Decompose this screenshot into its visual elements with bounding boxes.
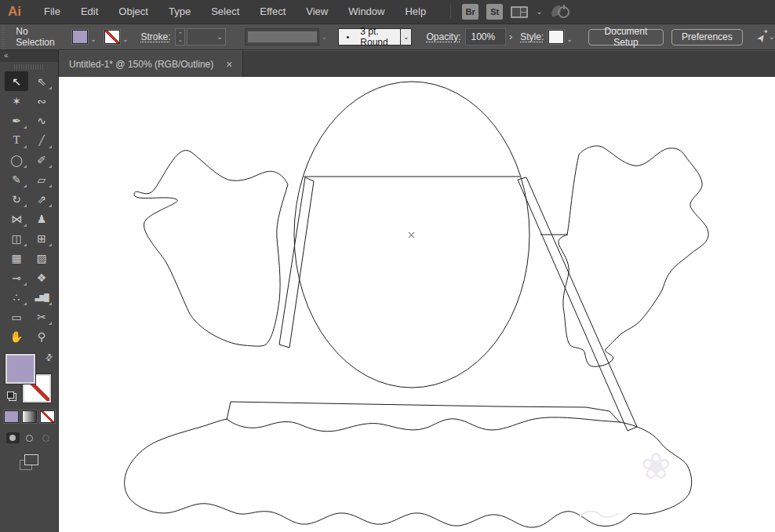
perspective-grid-tool[interactable]: ⊞: [30, 228, 53, 248]
menu-object[interactable]: Object: [108, 0, 158, 24]
base-plank[interactable]: [227, 402, 620, 423]
control-bar: No Selection ⌄ ⌄ Stroke: ⌃ ⌄ ⌄ ⌄ • 3 pt.…: [0, 24, 775, 50]
stroke-chevron-icon[interactable]: ⌄: [122, 35, 129, 43]
eraser-tool[interactable]: ▱: [30, 169, 53, 189]
opacity-field[interactable]: 100%: [465, 28, 506, 46]
swap-fill-stroke-icon[interactable]: ⇄: [43, 352, 56, 364]
magic-wand-tool[interactable]: ✶: [5, 91, 28, 111]
slice-tool[interactable]: ✂: [30, 307, 53, 326]
stock-button[interactable]: St: [486, 4, 503, 20]
blend-tool[interactable]: ❖: [30, 268, 53, 287]
menu-effect[interactable]: Effect: [249, 0, 296, 24]
direct-selection-tool[interactable]: ⇖: [30, 71, 53, 91]
type-tool[interactable]: T: [5, 130, 28, 150]
right-hand-blob[interactable]: [559, 146, 708, 366]
hand-tool[interactable]: ✋: [5, 326, 28, 346]
width-tool[interactable]: ⋈: [5, 209, 28, 228]
artwork-svg[interactable]: ❀: [59, 77, 775, 532]
none-button[interactable]: [40, 410, 55, 423]
fill-color-swatch[interactable]: [72, 30, 88, 44]
symbol-sprayer-tool[interactable]: ∴: [5, 287, 28, 307]
gradient-button[interactable]: [22, 410, 37, 423]
style-chevron-icon[interactable]: ⌄: [566, 35, 573, 43]
column-graph-tool[interactable]: ▃▆█: [30, 287, 53, 307]
control-bar-grip[interactable]: [0, 24, 5, 49]
brush-stroke-chevron-icon[interactable]: ⌄: [401, 28, 412, 46]
pen-tool-icon: ✒: [12, 115, 21, 127]
stepper-down-icon[interactable]: ⌄: [178, 37, 183, 42]
stroke-width-stepper[interactable]: ⌃ ⌄: [175, 28, 184, 46]
document-area: Untitled-1* @ 150% (RGB/Outline) × ❀: [59, 50, 775, 532]
tab-close-icon[interactable]: ×: [226, 59, 232, 70]
gradient-tool[interactable]: ▨: [30, 248, 53, 268]
fill-proxy-swatch[interactable]: [5, 354, 35, 384]
stroke-width-chevron-icon[interactable]: ⌄: [216, 33, 223, 41]
column-graph-tool-icon: ▃▆█: [35, 293, 48, 301]
menu-window[interactable]: Window: [338, 0, 395, 24]
selection-tool[interactable]: ↖: [5, 71, 28, 91]
stroke-panel-link[interactable]: Stroke:: [140, 31, 170, 42]
left-hand-blob[interactable]: [134, 151, 288, 347]
style-panel-link[interactable]: Style:: [520, 31, 544, 42]
eyedropper-tool[interactable]: ⊸: [5, 268, 28, 287]
menu-file[interactable]: File: [34, 0, 71, 24]
draw-inside-icon[interactable]: [39, 432, 53, 443]
line-segment-tool[interactable]: ╱: [30, 130, 53, 150]
workspace-layout-icon[interactable]: [511, 6, 528, 18]
canvas[interactable]: ❀: [59, 77, 775, 532]
center-mark[interactable]: [409, 232, 414, 238]
mesh-tool[interactable]: ▦: [5, 248, 28, 268]
curvature-tool[interactable]: ∿: [30, 111, 53, 130]
shaper-tool-icon: ✎: [12, 173, 21, 186]
line-segment-tool-icon: ╱: [38, 135, 44, 146]
panel-collapse-button[interactable]: «: [0, 50, 58, 62]
stepper-up-icon[interactable]: ⌃: [178, 31, 183, 37]
cursor-star-chevron-icon[interactable]: ⌄: [769, 33, 775, 41]
bridge-button[interactable]: Br: [462, 4, 478, 20]
artboard-tool[interactable]: ▭: [5, 307, 28, 326]
preferences-button[interactable]: Preferences: [671, 29, 743, 46]
stroke-width-dropdown[interactable]: ⌄: [187, 28, 227, 46]
pen-tool[interactable]: ✒: [5, 111, 28, 130]
scale-tool[interactable]: ⇗: [30, 189, 53, 209]
stroke-color-swatch[interactable]: [104, 30, 120, 44]
power-icon[interactable]: [551, 4, 571, 20]
magic-wand-tool-icon: ✶: [12, 95, 21, 107]
flyout-indicator-icon: [49, 204, 52, 207]
right-arm[interactable]: [518, 177, 637, 431]
document-setup-button[interactable]: Document Setup: [588, 29, 664, 46]
draw-normal-icon[interactable]: [6, 432, 20, 443]
menu-edit[interactable]: Edit: [71, 0, 108, 24]
paintbrush-tool[interactable]: ✐: [30, 150, 53, 169]
puppet-warp-tool[interactable]: ♟: [30, 209, 53, 228]
menu-type[interactable]: Type: [158, 0, 201, 24]
draw-behind-icon[interactable]: [23, 432, 36, 443]
default-fill-stroke-icon[interactable]: [7, 392, 16, 401]
fill-chevron-icon[interactable]: ⌄: [90, 35, 96, 43]
menu-help[interactable]: Help: [395, 0, 436, 24]
cursor-star-icon[interactable]: ➤ ✦: [754, 29, 769, 45]
chevron-down-icon[interactable]: ⌄: [536, 8, 542, 16]
opacity-panel-link[interactable]: Opacity:: [426, 31, 460, 42]
brush-stroke-combo[interactable]: • 3 pt. Round: [338, 28, 401, 46]
zoom-tool[interactable]: ⚲: [30, 326, 53, 346]
screen-mode-button[interactable]: [20, 454, 38, 470]
brush-definition-chevron-icon[interactable]: ⌄: [321, 33, 327, 41]
base-mound[interactable]: [125, 417, 692, 527]
rotate-tool-icon: ↻: [12, 193, 21, 206]
menu-view[interactable]: View: [296, 0, 338, 24]
style-swatch[interactable]: [548, 30, 564, 44]
panel-grip[interactable]: [14, 64, 44, 70]
ellipse-tool[interactable]: ◯: [5, 150, 28, 169]
shape-builder-tool[interactable]: ◫: [5, 228, 28, 248]
brush-definition-dropdown[interactable]: [245, 28, 319, 46]
menu-select[interactable]: Select: [201, 0, 249, 24]
color-button[interactable]: [4, 410, 19, 423]
opacity-arrow-button[interactable]: ›: [506, 28, 515, 46]
lasso-tool[interactable]: ∾: [30, 91, 53, 111]
flyout-indicator-icon: [49, 302, 52, 305]
direct-selection-tool-icon: ⇖: [37, 75, 46, 88]
rotate-tool[interactable]: ↻: [5, 189, 28, 209]
document-tab[interactable]: Untitled-1* @ 150% (RGB/Outline) ×: [59, 51, 243, 77]
shaper-tool[interactable]: ✎: [5, 169, 28, 189]
